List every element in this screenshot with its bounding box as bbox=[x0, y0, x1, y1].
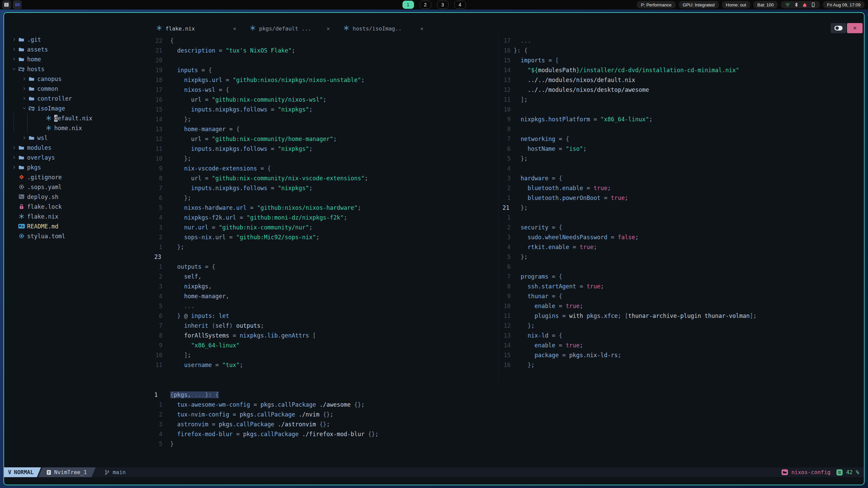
status-pill-1[interactable]: GPU: Integrated bbox=[679, 1, 719, 8]
tab-close-icon[interactable]: × bbox=[327, 25, 330, 32]
code-line[interactable]: 13 ../../modules/nixos/default.nix bbox=[502, 75, 864, 85]
code-line[interactable]: 21 }; bbox=[502, 203, 864, 212]
buffer-tab-2[interactable]: hosts/isoImag..× bbox=[341, 22, 427, 35]
code-line[interactable]: 3 nixpkgs, bbox=[154, 281, 498, 291]
code-line[interactable]: 6 hostName = "iso"; bbox=[502, 144, 864, 154]
code-line[interactable]: 14 "${modulesPath}/installer/cd-dvd/inst… bbox=[502, 65, 864, 75]
code-line[interactable]: 10 }; bbox=[154, 154, 498, 163]
code-line[interactable]: 7 inherit (self) outputs; bbox=[154, 321, 498, 330]
chevron-right-icon[interactable] bbox=[10, 37, 18, 42]
code-line[interactable]: 7 inputs.nixpkgs.follows = "nixpkgs"; bbox=[154, 183, 498, 193]
code-line[interactable]: 3 nur.url = "github:nix-community/nur"; bbox=[154, 222, 498, 232]
chevron-right-icon[interactable] bbox=[10, 165, 18, 170]
phone-icon[interactable] bbox=[811, 2, 816, 7]
code-line[interactable]: 20 bbox=[154, 55, 498, 65]
tree-item-readme-md[interactable]: README.md bbox=[4, 221, 150, 231]
pane-flake-nix[interactable]: 22{21 description = "tux's NixOS Flake";… bbox=[150, 35, 498, 382]
code-line[interactable]: 1 }; bbox=[154, 242, 498, 252]
code-line[interactable]: 15 package = pkgs.nix-ld-rs; bbox=[502, 350, 864, 360]
chevron-right-icon[interactable] bbox=[10, 145, 18, 150]
chevron-down-icon[interactable] bbox=[20, 106, 28, 111]
code-line[interactable]: 5} bbox=[154, 439, 864, 449]
pane-isoimage-default-nix[interactable]: 17 ...16}: {15 imports = [14 "${modulesP… bbox=[498, 35, 864, 382]
status-pill-0[interactable]: P: Performance bbox=[637, 1, 675, 8]
status-pill-2[interactable]: Home: out bbox=[722, 1, 750, 8]
chevron-right-icon[interactable] bbox=[10, 47, 18, 52]
tree-item-isoimage[interactable]: isoImage bbox=[4, 103, 150, 113]
code-line[interactable]: 10 ]; bbox=[154, 350, 498, 360]
tree-item--sops-yaml[interactable]: .sops.yaml bbox=[4, 182, 150, 192]
code-line[interactable]: 5 }; bbox=[502, 252, 864, 262]
code-line[interactable]: 15 imports = [ bbox=[502, 55, 864, 65]
code-line[interactable]: 4 nixpkgs-f2k.url = "github:moni-dz/nixp… bbox=[154, 212, 498, 222]
code-line[interactable]: 19 inputs = { bbox=[154, 65, 498, 75]
tree-item-modules[interactable]: modules bbox=[4, 143, 150, 152]
code-line[interactable]: 23 bbox=[154, 252, 498, 262]
code-line[interactable]: 3 astronvim = pkgs.callPackage ./astronv… bbox=[154, 419, 864, 429]
code-line[interactable]: 11 ]; bbox=[502, 95, 864, 104]
code-line[interactable]: 6 bbox=[502, 262, 864, 271]
code-line[interactable]: 22{ bbox=[154, 36, 498, 45]
tree-item-deploy-sh[interactable]: deploy.sh bbox=[4, 192, 150, 202]
code-line[interactable]: 10 enable = true; bbox=[502, 301, 864, 311]
tree-item--gitignore[interactable]: .gitignore bbox=[4, 172, 150, 182]
code-line[interactable]: 21 description = "tux's NixOS Flake"; bbox=[154, 45, 498, 55]
code-line[interactable]: 9 thunar = { bbox=[502, 291, 864, 301]
code-line[interactable]: 16 url = "github:nix-community/nixos-wsl… bbox=[154, 95, 498, 104]
code-line[interactable]: 2 bluetooth.enable = true; bbox=[502, 183, 864, 193]
code-line[interactable]: 17 nixos-wsl = { bbox=[154, 85, 498, 95]
tree-item-assets[interactable]: assets bbox=[4, 44, 150, 54]
chevron-right-icon[interactable] bbox=[20, 96, 28, 101]
tree-item-home-nix[interactable]: home.nix bbox=[4, 123, 150, 133]
wifi-icon[interactable] bbox=[785, 2, 790, 7]
code-line[interactable]: 4 bbox=[502, 163, 864, 173]
tree-item-default-nix[interactable]: default.nix bbox=[4, 113, 150, 123]
code-line[interactable]: 15 inputs.nixpkgs.follows = "nixpkgs"; bbox=[154, 104, 498, 114]
code-line[interactable]: 5 nixos-hardware.url = "github:nixos/nix… bbox=[154, 203, 498, 212]
code-line[interactable]: 4 rtkit.enable = true; bbox=[502, 242, 864, 252]
chevron-right-icon[interactable] bbox=[20, 135, 28, 140]
tree-item-controller[interactable]: controller bbox=[4, 94, 150, 103]
window-close-button[interactable]: × bbox=[847, 23, 863, 33]
code-line[interactable]: 13 nix-ld = { bbox=[502, 330, 864, 340]
code-line[interactable]: 9 nixpkgs.hostPlatform = "x86_64-linux"; bbox=[502, 114, 864, 124]
code-line[interactable]: 16 }; bbox=[502, 360, 864, 370]
nvim-tree-panel[interactable]: .gitassetshome hostscanopuscommoncontrol… bbox=[4, 35, 150, 464]
chevron-right-icon[interactable] bbox=[20, 86, 28, 91]
workspace-button-3[interactable]: 3 bbox=[437, 1, 449, 9]
code-line[interactable]: 12 }; bbox=[502, 321, 864, 330]
workspace-button-1[interactable]: 1 bbox=[402, 1, 414, 9]
code-line[interactable]: 5 }; bbox=[502, 154, 864, 163]
code-line[interactable]: 13 home-manager = { bbox=[154, 124, 498, 134]
tree-item-flake-nix[interactable]: flake.nix bbox=[4, 211, 150, 221]
bluetooth-icon[interactable] bbox=[794, 2, 799, 7]
code-line[interactable]: 11 plugins = with pkgs.xfce; [thunar-arc… bbox=[502, 311, 864, 321]
code-line[interactable]: 9 nix-vscode-extensions = { bbox=[154, 163, 498, 173]
code-line[interactable]: 1{pkgs, ...}: { bbox=[154, 390, 864, 400]
code-line[interactable]: 6 }; bbox=[154, 193, 498, 203]
code-line[interactable]: 4 home-manager, bbox=[154, 291, 498, 301]
tree-item-canopus[interactable]: canopus bbox=[4, 74, 150, 84]
code-line[interactable]: 8 ssh.startAgent = true; bbox=[502, 281, 864, 291]
chevron-right-icon[interactable] bbox=[10, 57, 18, 62]
clock-widget[interactable]: Fri Aug 09, 17:09 bbox=[823, 1, 865, 8]
tree-item-wsl[interactable]: wsl bbox=[4, 133, 150, 143]
code-line[interactable]: 3 sudo.wheelNeedsPassword = false; bbox=[502, 232, 864, 242]
code-line[interactable]: 17 ... bbox=[502, 36, 864, 45]
code-line[interactable]: 9 "x86_64-linux" bbox=[154, 340, 498, 350]
code-line[interactable]: 6 } @ inputs: let bbox=[154, 311, 498, 321]
code-line[interactable]: 8 url = "github:nix-community/nix-vscode… bbox=[154, 173, 498, 183]
code-line[interactable]: 1 bbox=[502, 212, 864, 222]
code-line[interactable]: 3 hardware = { bbox=[502, 173, 864, 183]
code-line[interactable]: 1 tux-awesome-wm-config = pkgs.callPacka… bbox=[154, 400, 864, 409]
tree-item-stylua-toml[interactable]: stylua.toml bbox=[4, 231, 150, 241]
tree-item-pkgs[interactable]: pkgs bbox=[4, 162, 150, 172]
tree-item-flake-lock[interactable]: flake.lock bbox=[4, 202, 150, 211]
chevron-down-icon[interactable] bbox=[10, 66, 18, 72]
flame-icon[interactable] bbox=[802, 2, 807, 7]
code-line[interactable]: 7 networking = { bbox=[502, 134, 864, 144]
code-line[interactable]: 1 bluetooth.powerOnBoot = true; bbox=[502, 193, 864, 203]
code-line[interactable]: 2 sops-nix.url = "github:Mic92/sops-nix"… bbox=[154, 232, 498, 242]
workspace-button-4[interactable]: 4 bbox=[454, 1, 466, 9]
code-line[interactable]: 11 username = "tux"; bbox=[154, 360, 498, 370]
